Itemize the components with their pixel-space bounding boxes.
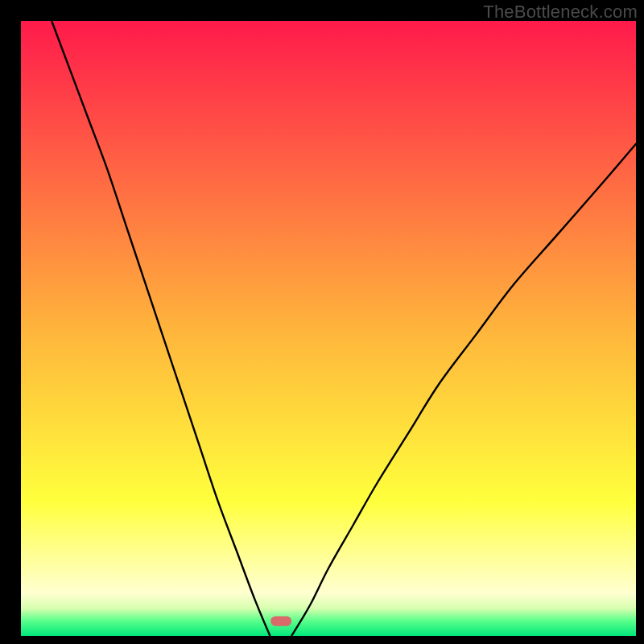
watermark-text: TheBottleneck.com: [483, 2, 638, 23]
bottleneck-chart: [0, 0, 644, 644]
chart-stage: TheBottleneck.com: [0, 0, 644, 644]
plot-area: [21, 21, 636, 636]
optimum-marker: [270, 617, 291, 626]
